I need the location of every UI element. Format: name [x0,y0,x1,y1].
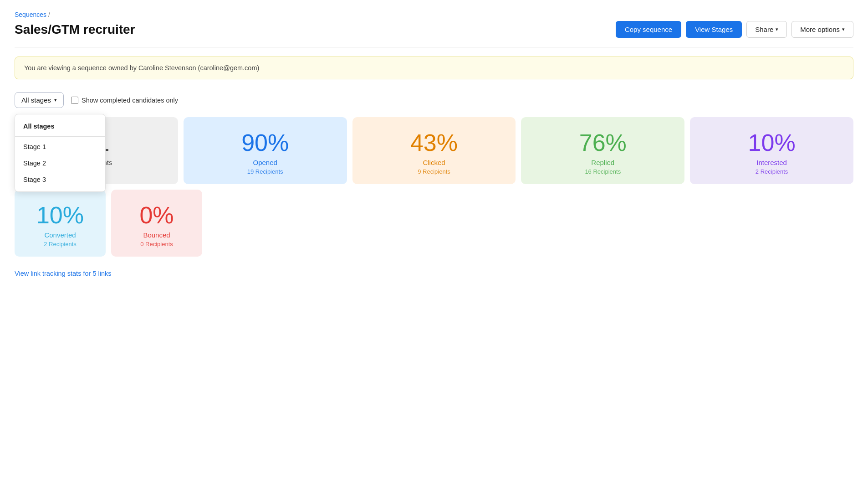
stat-sub-bounced: 0 Recipients [140,241,173,248]
stat-value-interested: 10% [748,130,796,156]
stat-value-opened: 90% [241,130,289,156]
stat-sub-opened: 19 Recipients [247,168,283,175]
dropdown-item-stage1[interactable]: Stage 1 [15,139,105,155]
dropdown-item-stage2[interactable]: Stage 2 [15,155,105,171]
stat-value-bounced: 0% [139,202,174,228]
dropdown-item-all-stages[interactable]: All stages [15,118,105,134]
banner-text: You are viewing a sequence owned by Caro… [24,64,259,72]
page-header: Sales/GTM recruiter Copy sequence View S… [15,21,853,38]
link-tracking-link[interactable]: View link tracking stats for 5 links [15,270,111,277]
stat-label-replied: Replied [591,159,614,166]
stat-label-interested: Interested [756,159,787,166]
header-actions: Copy sequence View Stages Share ▾ More o… [616,21,853,38]
more-options-button[interactable]: More options ▾ [791,21,853,38]
copy-sequence-button[interactable]: Copy sequence [616,21,681,38]
view-stages-button[interactable]: View Stages [686,21,742,38]
dropdown-item-stage3[interactable]: Stage 3 [15,171,105,188]
stat-card-clicked: 43% Clicked 9 Recipients [352,117,516,184]
stat-label-converted: Converted [44,231,76,239]
stat-label-bounced: Bounced [143,231,170,239]
chevron-down-icon: ▾ [842,26,845,32]
chevron-down-icon: ▾ [54,97,57,103]
stages-dropdown[interactable]: All stages ▾ [15,92,64,108]
completed-candidates-checkbox[interactable] [71,97,78,104]
stat-card-replied: 76% Replied 16 Recipients [521,117,684,184]
checkbox-label-text: Show completed candidates only [82,97,178,104]
stat-sub-converted: 2 Recipients [44,241,77,248]
stat-value-converted: 10% [36,202,84,228]
chevron-down-icon: ▾ [776,26,778,32]
stat-value-replied: 76% [579,130,627,156]
filter-bar: All stages ▾ All stages Stage 1 Stage 2 … [15,92,853,108]
stat-card-interested: 10% Interested 2 Recipients [690,117,853,184]
stats-row-2: 10% Converted 2 Recipients 0% Bounced 0 … [15,190,853,257]
share-button[interactable]: Share ▾ [746,21,787,38]
dropdown-divider [15,136,105,137]
breadcrumb-parent[interactable]: Sequences [15,11,46,18]
stat-sub-replied: 16 Recipients [585,168,621,175]
breadcrumb-separator: / [48,11,50,18]
stat-value-clicked: 43% [410,130,458,156]
breadcrumb: Sequences / [15,11,853,18]
completed-candidates-filter[interactable]: Show completed candidates only [71,97,178,104]
stat-card-bounced: 0% Bounced 0 Recipients [111,190,202,257]
stat-sub-clicked: 9 Recipients [418,168,450,175]
stat-label-clicked: Clicked [423,159,445,166]
stat-card-converted: 10% Converted 2 Recipients [15,190,106,257]
stages-dropdown-menu: All stages Stage 1 Stage 2 Stage 3 [15,114,106,192]
info-banner: You are viewing a sequence owned by Caro… [15,57,853,79]
page-title: Sales/GTM recruiter [15,22,135,37]
header-divider [15,47,853,47]
stat-card-opened: 90% Opened 19 Recipients [184,117,347,184]
stats-row-1: 21 Recipients 90% Opened 19 Recipients 4… [15,117,853,184]
stages-dropdown-label: All stages [21,96,51,104]
stat-sub-interested: 2 Recipients [756,168,788,175]
stat-label-opened: Opened [253,159,277,166]
